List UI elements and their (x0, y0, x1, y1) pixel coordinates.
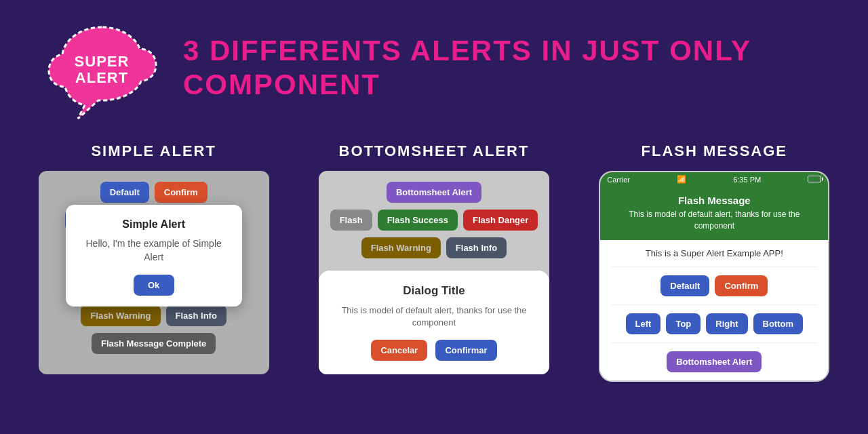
left-button-flash[interactable]: Left (626, 313, 661, 334)
simple-alert-row4: Flash Message Complete (92, 333, 216, 354)
section-title-bottomsheet: BOTTOMSHEET ALERT (339, 142, 530, 160)
bottomsheet-row2: Flash Flash Success Flash Danger (330, 210, 538, 231)
simple-alert-message: Hello, I'm the example of Simple Alert (79, 237, 229, 264)
wifi-icon: 📶 (677, 175, 686, 184)
divider-3 (611, 342, 817, 343)
confirm-button-flash[interactable]: Confirm (715, 275, 768, 296)
flash-warning-button-1[interactable]: Flash Warning (81, 305, 160, 326)
simple-alert-title: Simple Alert (79, 218, 229, 231)
bottomsheet-dialog-buttons: Cancelar Confirmar (332, 340, 536, 361)
bottomsheet-row1: Bottomsheet Alert (387, 182, 481, 203)
flash-warning-button-2[interactable]: Flash Warning (361, 237, 441, 258)
simple-alert-row3: Flash Warning Flash Info (81, 305, 226, 326)
flash-danger-button[interactable]: Flash Danger (463, 210, 538, 231)
flash-info-button-1[interactable]: Flash Info (166, 305, 226, 326)
simple-alert-mockup: Default Confirm Left Top Right Bottom Si… (39, 171, 269, 374)
bottomsheet-dialog-title: Dialog Title (332, 284, 536, 298)
divider-2 (611, 304, 817, 305)
divider-1 (611, 267, 817, 267)
time-text: 6:35 PM (733, 176, 761, 184)
bottom-button-flash[interactable]: Bottom (753, 313, 804, 334)
flash-info-button-2[interactable]: Flash Info (446, 237, 507, 258)
bottomsheet-dialog-message: This is model of default alert, thanks f… (332, 304, 536, 329)
flash-btns-row3: Bottomsheet Alert (667, 351, 762, 372)
flash-complete-button[interactable]: Flash Message Complete (92, 333, 216, 354)
confirm-button-1[interactable]: Confirm (155, 182, 208, 203)
bottomsheet-mockup: Bottomsheet Alert Flash Flash Success Fl… (319, 171, 549, 374)
default-button-1[interactable]: Default (100, 182, 149, 203)
bottomsheet-dialog: Dialog Title This is model of default al… (319, 271, 549, 374)
default-button-flash[interactable]: Default (660, 275, 709, 296)
simple-alert-dialog: Simple Alert Hello, I'm the example of S… (66, 205, 242, 307)
flash-button[interactable]: Flash (330, 210, 372, 231)
section-bottomsheet: BOTTOMSHEET ALERT Bottomsheet Alert Flas… (305, 142, 563, 382)
bottomsheet-row3: Flash Warning Flash Info (361, 237, 507, 258)
ok-button[interactable]: Ok (134, 275, 174, 296)
flash-body-text: This is a Super Alert Example APP! (611, 248, 817, 258)
header: SUPER ALERT 3 DIFFERENTS ALERTS IN JUST … (0, 0, 868, 136)
bottomsheet-button-flash[interactable]: Bottomsheet Alert (667, 351, 762, 372)
top-button-flash[interactable]: Top (666, 313, 701, 334)
flash-alert-banner: Flash Message This is model of default a… (600, 186, 828, 240)
svg-text:ALERT: ALERT (75, 69, 128, 86)
right-button-flash[interactable]: Right (706, 313, 747, 334)
section-title-simple: SIMPLE ALERT (91, 142, 216, 160)
cancelar-button[interactable]: Cancelar (371, 340, 427, 361)
section-simple-alert: SIMPLE ALERT Default Confirm Left Top Ri… (25, 142, 283, 382)
flash-phone-mockup: Carrier 📶 6:35 PM Flash Message This is … (599, 171, 829, 382)
flash-phone-body: This is a Super Alert Example APP! Defau… (600, 240, 828, 380)
simple-alert-row1: Default Confirm (100, 182, 208, 203)
flash-btns-row1: Default Confirm (660, 275, 768, 296)
page-title: 3 DIFFERENTS ALERTS IN JUST ONLY COMPONE… (183, 34, 827, 102)
battery-icon (808, 176, 821, 184)
sections-container: SIMPLE ALERT Default Confirm Left Top Ri… (0, 142, 868, 382)
flash-banner-title: Flash Message (611, 195, 817, 206)
bottomsheet-button[interactable]: Bottomsheet Alert (387, 182, 481, 203)
confirmar-button[interactable]: Confirmar (435, 340, 496, 361)
status-bar: Carrier 📶 6:35 PM (600, 172, 828, 186)
carrier-text: Carrier (607, 176, 630, 184)
section-title-flash: FLASH MESSAGE (642, 142, 787, 160)
section-flash: FLASH MESSAGE Carrier 📶 6:35 PM Flash Me… (585, 142, 843, 382)
logo: SUPER ALERT (41, 14, 163, 122)
flash-success-button[interactable]: Flash Success (378, 210, 458, 231)
svg-text:SUPER: SUPER (75, 53, 130, 70)
flash-banner-message: This is model of default alert, thanks f… (611, 209, 817, 232)
flash-btns-row2: Left Top Right Bottom (626, 313, 803, 334)
